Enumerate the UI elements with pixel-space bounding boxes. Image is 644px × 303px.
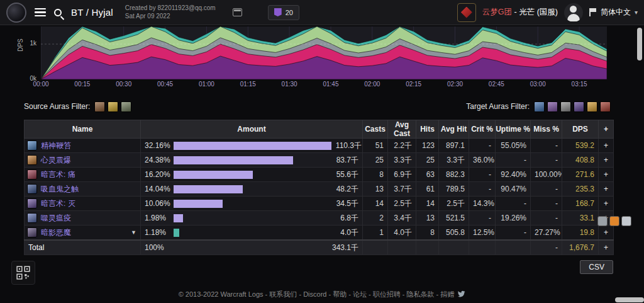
dps-stacked-area-chart[interactable] — [41, 26, 607, 79]
panel-layout-icon[interactable] — [233, 8, 242, 16]
chart-y-tick-label: 1k — [19, 40, 36, 47]
column-header-name[interactable]: Name — [25, 120, 141, 139]
casts-value: 13 — [363, 182, 388, 197]
column-header-hits[interactable]: Hits — [416, 120, 439, 139]
total-amount-value: 343.1千 — [328, 243, 358, 253]
target-auras-filter-label: Target Auras Filter: — [466, 102, 530, 111]
column-header-amount[interactable]: Amount — [141, 120, 363, 139]
menu-icon[interactable] — [35, 8, 46, 17]
avg-hit-value: 521.5 — [439, 211, 469, 226]
column-header-avg-hit[interactable]: Avg Hit — [439, 120, 469, 139]
column-header-avg-cast[interactable]: Avg Cast — [388, 120, 416, 139]
expand-plus-button[interactable]: + — [599, 226, 614, 241]
horde-emblem-icon — [461, 7, 472, 18]
chart-x-tick-label: 02:45 — [486, 81, 507, 88]
uptime-percent-value: 55.05% — [496, 139, 531, 153]
expand-caret-icon[interactable]: ▼ — [131, 229, 138, 236]
amount-bar-track — [174, 185, 328, 193]
ability-name-link[interactable]: 暗影恶魔 — [41, 227, 71, 238]
ability-name-link[interactable]: 暗言术: 痛 — [41, 169, 75, 180]
total-empty-4 — [469, 240, 496, 255]
column-header-dps[interactable]: DPS — [562, 120, 599, 139]
footer-link[interactable]: 联系我们 — [269, 290, 297, 298]
avg-cast-value: 4.0千 — [388, 226, 416, 241]
amount-percent: 24.38% — [145, 156, 174, 164]
crit-percent-value: - — [469, 139, 496, 153]
footer-link[interactable]: 职位招聘 — [373, 290, 401, 298]
column-header-miss-[interactable]: Miss % — [531, 120, 562, 139]
total-empty-2 — [416, 240, 439, 255]
column-header-casts[interactable]: Casts — [363, 120, 388, 139]
ability-name-link[interactable]: 暗言术: 灭 — [41, 198, 75, 209]
ability-name-link[interactable]: 心灵震爆 — [41, 155, 71, 166]
column-header-+[interactable]: + — [599, 120, 614, 139]
footer-link[interactable]: 帮助 — [333, 290, 347, 298]
amount-value: 83.7千 — [328, 155, 358, 166]
column-header-crit-[interactable]: Crit % — [469, 120, 496, 139]
shield-icon — [274, 8, 282, 16]
expand-plus-button[interactable]: + — [599, 168, 614, 182]
chart-x-tick-label: 02:00 — [362, 81, 383, 88]
expand-plus-button[interactable]: + — [599, 139, 614, 153]
horizontal-scrollbar-thumb[interactable] — [615, 297, 644, 302]
ability-name-link[interactable]: 精神鞭笞 — [41, 140, 71, 151]
amount-percent: 16.20% — [145, 170, 174, 179]
target-aura-icon-2[interactable] — [547, 101, 558, 112]
footer-link[interactable]: Discord — [303, 290, 326, 298]
ability-name-cell: 暗言术: 灭 — [25, 197, 141, 211]
footer-link[interactable]: 隐私条款 — [407, 290, 435, 298]
target-aura-icon-6[interactable] — [600, 101, 611, 112]
avg-hit-value: 3.3千 — [439, 153, 469, 168]
expand-plus-button[interactable]: + — [599, 197, 614, 211]
search-icon[interactable] — [54, 9, 62, 16]
footer-link[interactable]: 捐赠 — [440, 290, 454, 298]
boss-kills-badge[interactable]: 20 — [268, 5, 299, 20]
source-aura-icon-2[interactable] — [108, 101, 118, 112]
avg-hit-value: 505.8 — [439, 226, 469, 241]
expand-plus-button[interactable]: + — [599, 153, 614, 168]
target-aura-icon-5[interactable] — [587, 101, 597, 112]
copyright-text: © 2013-2022 Warcraft Logs — [179, 290, 264, 298]
language-label: 简体中文 — [601, 7, 631, 18]
total-empty-5 — [496, 240, 531, 255]
user-avatar[interactable] — [564, 3, 583, 22]
avg-cast-value: 3.7千 — [388, 182, 416, 197]
addon-icon-1[interactable] — [597, 216, 608, 226]
qr-code-icon — [16, 266, 30, 280]
amount-bar-track — [174, 171, 328, 179]
ability-name-link[interactable]: 吸血鬼之触 — [41, 184, 79, 195]
target-aura-icon-3[interactable] — [560, 101, 571, 112]
guild-label[interactable]: 云梦G团 - 光芒 (国服) — [482, 7, 558, 18]
amount-bar — [174, 200, 223, 208]
avg-cast-value: 6.9千 — [388, 168, 416, 182]
vertical-scrollbar-thumb[interactable] — [637, 28, 642, 60]
amount-bar-track — [174, 142, 331, 150]
amount-bar-track — [174, 156, 328, 164]
expand-plus-button[interactable]: + — [599, 240, 614, 255]
target-aura-icon-1[interactable] — [534, 101, 545, 112]
amount-cell: 32.16%110.3千 — [141, 139, 363, 153]
ability-name-link[interactable]: 噬灵瘟疫 — [41, 213, 71, 224]
amount-value: 34.5千 — [328, 198, 358, 209]
addon-icon-2[interactable] — [609, 216, 619, 226]
language-selector[interactable]: 简体中文 ▾ — [589, 7, 638, 18]
qr-code-button[interactable] — [11, 261, 35, 285]
twitter-icon[interactable] — [457, 290, 465, 299]
chart-x-tick-label: 02:15 — [403, 81, 425, 88]
ability-icon — [27, 213, 37, 223]
guild-name[interactable]: 云梦G团 — [482, 8, 512, 16]
footer-link[interactable]: 论坛 — [353, 290, 367, 298]
top-navigation-bar: BT / Hyjal Created by 822011923@qq.com S… — [0, 0, 644, 25]
column-header-uptime-[interactable]: Uptime % — [496, 120, 531, 139]
target-aura-icon-4[interactable] — [574, 101, 584, 112]
uptime-percent-value: 19.26% — [496, 211, 531, 226]
total-empty-1 — [388, 240, 416, 255]
addon-icon-3[interactable] — [621, 216, 631, 226]
source-aura-icon-1[interactable] — [94, 101, 105, 112]
csv-export-button[interactable]: CSV — [580, 260, 613, 274]
horde-faction-icon[interactable] — [457, 3, 476, 22]
source-aura-icon-3[interactable] — [121, 101, 131, 112]
warcraftlogs-logo[interactable] — [6, 3, 26, 23]
expand-plus-button[interactable]: + — [599, 182, 614, 197]
amount-percent: 1.18% — [145, 228, 174, 237]
